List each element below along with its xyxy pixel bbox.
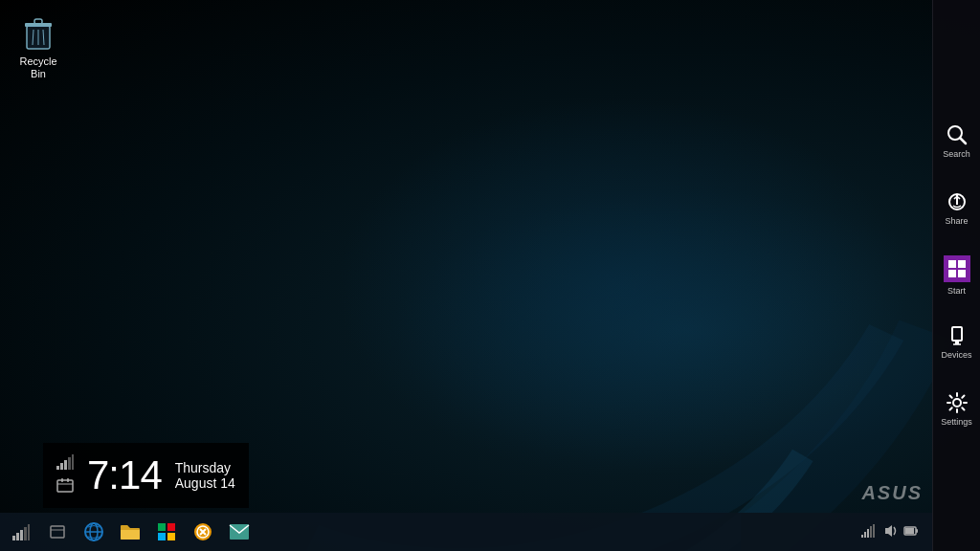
charm-settings-label: Settings xyxy=(941,417,972,427)
charm-share-label: Share xyxy=(945,216,968,226)
signal-icon xyxy=(56,454,74,474)
svg-rect-8 xyxy=(60,463,63,470)
svg-rect-35 xyxy=(867,529,869,538)
svg-line-42 xyxy=(960,138,966,143)
svg-rect-14 xyxy=(61,478,63,482)
charm-start[interactable]: Start xyxy=(933,242,981,309)
charm-start-label: Start xyxy=(947,286,966,296)
svg-rect-6 xyxy=(27,26,50,49)
svg-rect-36 xyxy=(870,526,872,538)
svg-rect-17 xyxy=(16,533,19,540)
clock-overlay: 7:14 Thursday August 14 xyxy=(43,443,249,508)
svg-rect-21 xyxy=(51,526,64,538)
taskbar-store-icon[interactable] xyxy=(149,515,184,549)
clock-date: Thursday August 14 xyxy=(175,460,235,491)
svg-rect-9 xyxy=(64,460,67,470)
svg-rect-34 xyxy=(864,532,866,538)
taskbar-norton-icon[interactable] xyxy=(186,515,220,549)
charm-settings[interactable]: Settings xyxy=(933,376,981,443)
taskbar-calendar-icon[interactable] xyxy=(40,515,75,549)
desktop: Recycle Bin xyxy=(0,0,980,551)
svg-rect-40 xyxy=(905,528,914,534)
settings-icon xyxy=(947,392,968,413)
svg-point-48 xyxy=(953,399,961,407)
start-icon xyxy=(944,255,970,282)
svg-rect-29 xyxy=(167,533,175,540)
clock-date-line: August 14 xyxy=(175,475,235,491)
charm-devices-label: Devices xyxy=(941,350,971,360)
svg-rect-39 xyxy=(916,529,918,533)
recycle-bin-label: Recycle Bin xyxy=(13,55,63,80)
svg-rect-12 xyxy=(57,480,73,492)
svg-rect-33 xyxy=(861,535,863,538)
svg-rect-32 xyxy=(230,524,249,540)
recycle-bin-icon[interactable]: Recycle Bin xyxy=(10,10,67,84)
svg-rect-5 xyxy=(34,19,42,24)
asus-logo: ASUS xyxy=(861,480,923,505)
svg-rect-45 xyxy=(952,327,962,341)
system-tray xyxy=(741,513,932,551)
svg-rect-10 xyxy=(68,457,71,470)
desktop-glow xyxy=(335,96,909,478)
charm-share[interactable]: Share xyxy=(933,175,981,242)
svg-rect-19 xyxy=(24,527,27,540)
charm-search-label: Search xyxy=(943,149,970,159)
share-icon xyxy=(947,191,968,212)
svg-rect-16 xyxy=(12,536,15,540)
svg-rect-27 xyxy=(167,523,175,531)
tray-battery-icon[interactable] xyxy=(903,524,919,540)
charm-devices[interactable]: Devices xyxy=(933,309,981,376)
svg-rect-7 xyxy=(56,466,59,470)
clock-status-icons xyxy=(56,454,74,496)
clock-day: Thursday xyxy=(175,460,235,475)
taskbar-mail-icon[interactable] xyxy=(222,515,256,549)
svg-rect-37 xyxy=(873,524,875,538)
taskbar-icons xyxy=(0,515,260,549)
charm-search[interactable]: Search xyxy=(933,108,981,175)
recycle-bin-image xyxy=(21,13,56,52)
devices-icon xyxy=(947,325,968,346)
search-icon xyxy=(947,124,968,145)
svg-rect-26 xyxy=(158,523,166,531)
taskbar-network-icon[interactable] xyxy=(4,515,38,549)
tray-network-icon[interactable] xyxy=(861,524,877,540)
taskbar-ie-icon[interactable] xyxy=(77,515,111,549)
svg-rect-15 xyxy=(67,478,69,482)
svg-rect-28 xyxy=(158,533,166,540)
clock-time: 7:14 xyxy=(87,452,162,498)
tray-volume-icon[interactable] xyxy=(882,524,898,540)
charms-bar: Search Share xyxy=(932,0,980,551)
svg-rect-18 xyxy=(20,530,23,540)
svg-rect-20 xyxy=(28,524,30,540)
svg-rect-11 xyxy=(72,454,74,470)
taskbar-folder-icon[interactable] xyxy=(113,515,147,549)
calendar-icon xyxy=(56,477,74,496)
